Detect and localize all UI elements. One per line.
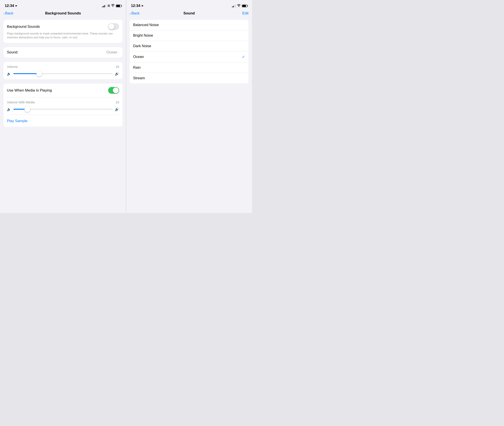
location-icon-right: ➤ [141, 4, 143, 7]
sound-row: Sound Ocean › [7, 50, 119, 55]
media-speaker-high-icon: 🔊 [115, 107, 119, 111]
wifi-icon-left: ⌘ [107, 4, 114, 7]
status-icons-left: ⌘ [102, 4, 121, 7]
sound-option-balanced-noise: Balanced Noise [133, 23, 159, 27]
list-item-balanced-noise[interactable]: Balanced Noise [130, 20, 248, 30]
media-toggle-row: Use When Media Is Playing [7, 87, 119, 94]
volume-value: 18 [115, 65, 119, 69]
nav-bar-right: ‹ Back Sound Edit [126, 10, 252, 18]
divider [7, 97, 119, 97]
back-button-right[interactable]: ‹ Back [130, 11, 140, 15]
sound-option-rain: Rain [133, 65, 141, 70]
signal-bars-left [102, 5, 106, 7]
volume-label: Volume [7, 65, 18, 69]
volume-slider-row: 🔈 🔊 [7, 71, 119, 76]
list-item-dark-noise[interactable]: Dark Noise [130, 41, 248, 51]
volume-slider[interactable] [13, 71, 113, 76]
chevron-left-icon-left: ‹ [3, 12, 5, 15]
bg-sounds-row: Background Sounds [7, 23, 119, 30]
nav-title-right: Sound [184, 11, 195, 15]
media-volume-label: Volume With Media [7, 100, 35, 104]
battery-icon-left [116, 5, 121, 7]
location-icon-left: ➤ [15, 4, 17, 7]
bg-sounds-toggle[interactable] [108, 23, 119, 30]
status-time-right: 12:34 ➤ [131, 4, 143, 8]
slider-fill [13, 73, 39, 74]
volume-header: Volume 18 [7, 65, 119, 69]
content-right: Balanced Noise Bright Noise Dark Noise O… [126, 18, 252, 213]
media-slider-row: 🔈 🔊 [7, 106, 119, 112]
status-time-left: 12:34 ➤ [5, 4, 17, 8]
chevron-left-icon-right: ‹ [130, 12, 131, 15]
bg-sounds-label: Background Sounds [7, 25, 40, 29]
back-button-left[interactable]: ‹ Back [3, 11, 13, 15]
bg-sounds-description: Plays background sounds to mask unwanted… [7, 32, 119, 39]
nav-bar-left: ‹ Back Background Sounds [0, 10, 126, 18]
sound-row-card[interactable]: Sound Ocean › [3, 47, 122, 57]
sound-row-value: Ocean › [106, 50, 119, 55]
status-icons-right [232, 4, 247, 8]
media-speaker-low-icon: 🔈 [7, 107, 11, 111]
list-item-ocean[interactable]: Ocean ✓ [130, 51, 248, 63]
use-when-media-label: Use When Media Is Playing [7, 88, 52, 92]
sound-row-label: Sound [7, 50, 17, 55]
play-sample-button[interactable]: Play Sample [7, 118, 119, 123]
speaker-high-icon: 🔊 [115, 72, 119, 76]
nav-title-left: Background Sounds [45, 11, 81, 15]
media-card: Use When Media Is Playing Volume With Me… [3, 84, 122, 127]
slider-track [13, 73, 113, 74]
sound-list: Balanced Noise Bright Noise Dark Noise O… [130, 20, 248, 83]
left-screen: 12:34 ➤ ⌘ ‹ Back Background [0, 0, 126, 213]
divider-2 [7, 115, 119, 115]
media-toggle[interactable] [108, 87, 119, 94]
wifi-icon-right [237, 4, 241, 8]
sound-option-bright-noise: Bright Noise [133, 33, 153, 38]
media-volume-header: Volume With Media 10 [7, 100, 119, 104]
content-left: Background Sounds Plays background sound… [0, 18, 126, 213]
speaker-low-icon: 🔈 [7, 72, 11, 76]
sound-option-dark-noise: Dark Noise [133, 44, 151, 48]
status-bar-left: 12:34 ➤ ⌘ [0, 0, 126, 10]
right-screen: 12:34 ➤ ‹ Back Sound Ed [126, 0, 252, 213]
list-item-rain[interactable]: Rain [130, 63, 248, 73]
list-item-stream[interactable]: Stream [130, 73, 248, 83]
toggle-thumb [109, 24, 114, 29]
bg-sounds-card: Background Sounds Plays background sound… [3, 20, 122, 43]
media-volume-slider[interactable] [13, 106, 113, 112]
sound-option-stream: Stream [133, 76, 145, 80]
battery-icon-right [242, 5, 247, 7]
volume-card: Volume 18 🔈 🔊 [3, 62, 122, 79]
sound-option-ocean: Ocean [133, 55, 144, 59]
slider-thumb[interactable] [36, 71, 42, 77]
list-item-bright-noise[interactable]: Bright Noise [130, 30, 248, 41]
media-toggle-thumb [113, 87, 119, 93]
media-slider-thumb[interactable] [25, 106, 30, 112]
status-bar-right: 12:34 ➤ [126, 0, 252, 10]
media-volume-value: 10 [115, 100, 119, 104]
chevron-right-icon: › [118, 51, 119, 54]
edit-button[interactable]: Edit [242, 11, 248, 15]
signal-bars-right [232, 5, 236, 7]
selected-checkmark: ✓ [242, 55, 245, 59]
